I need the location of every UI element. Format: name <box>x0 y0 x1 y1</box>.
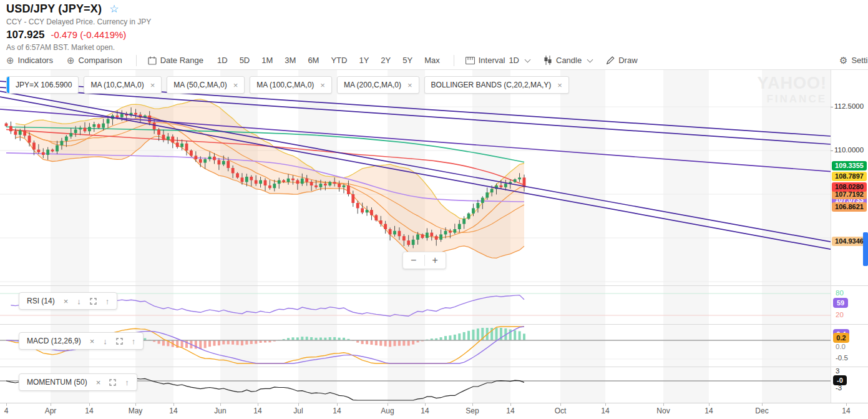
zoom-in-button[interactable]: + <box>425 252 446 269</box>
x-axis-tick <box>709 403 710 406</box>
x-axis-label: 4 <box>4 407 9 415</box>
time-axis: 4Apr14May14Jun14Jul14Aug14Sep14Oct14Nov1… <box>0 403 868 419</box>
price-badge: 109.3355 <box>832 161 867 170</box>
comparison-button[interactable]: ⊕ Comparison <box>67 56 122 65</box>
plus-circle-icon: ⊕ <box>67 56 75 65</box>
interval-ruler-icon <box>466 57 475 64</box>
x-axis-label: Apr <box>45 407 57 415</box>
period-ytd[interactable]: YTD <box>331 56 347 65</box>
comparison-label: Comparison <box>79 56 122 65</box>
rsi-panel-canvas[interactable] <box>0 287 831 323</box>
x-axis-tick <box>472 403 473 406</box>
price-badge: 104.9346 <box>832 237 867 246</box>
legend-chip-row: JPY=X 106.5900MA (10,C,MA,0)×MA (50,C,MA… <box>6 76 569 94</box>
as-of-text: As of 6:57AM BST. Market open. <box>6 43 151 52</box>
legend-chip-2[interactable]: MA (50,C,MA,0)× <box>167 76 245 94</box>
indicators-label: Indicators <box>18 56 53 65</box>
legend-chip-3[interactable]: MA (100,C,MA,0)× <box>250 76 332 94</box>
scrollbar-thumb[interactable] <box>863 232 868 266</box>
x-axis-tick <box>173 403 174 406</box>
momentum-indicator-chip[interactable]: MOMENTUM (50) × ↑ <box>19 373 137 391</box>
period-5y[interactable]: 5Y <box>402 56 412 65</box>
interval-dropdown[interactable]: Interval 1D <box>466 56 530 65</box>
move-up-icon[interactable]: ↑ <box>132 337 136 345</box>
period-1d[interactable]: 1D <box>217 56 228 65</box>
x-axis-label: Jul <box>293 407 303 415</box>
chart-app: USD/JPY (JPY=X) ☆ CCY - CCY Delayed Pric… <box>0 0 868 419</box>
period-5d[interactable]: 5D <box>240 56 250 65</box>
x-axis-label: Nov <box>656 407 670 415</box>
period-3m[interactable]: 3M <box>285 56 296 65</box>
zoom-out-button[interactable]: − <box>403 252 424 269</box>
x-axis-tick <box>762 403 763 406</box>
x-axis-tick <box>51 403 51 406</box>
move-down-icon[interactable]: ↓ <box>77 297 81 305</box>
x-axis-label: May <box>129 407 143 415</box>
indicator-badge: 0.2 <box>833 333 849 343</box>
chart-type-dropdown[interactable]: Candle <box>544 56 592 65</box>
period-6m[interactable]: 6M <box>308 56 319 65</box>
chip-close-icon[interactable]: × <box>407 81 412 90</box>
indicator-badge: -0 <box>833 375 847 385</box>
candle-chart-icon <box>544 56 552 65</box>
close-icon[interactable]: × <box>64 297 69 305</box>
close-icon[interactable]: × <box>96 378 101 387</box>
legend-chip-5[interactable]: BOLLINGER BANDS (C,20,2,MA,Y)× <box>424 76 569 94</box>
chart-type-label: Candle <box>556 56 582 65</box>
legend-chip-4[interactable]: MA (200,C,MA,0)× <box>337 76 419 94</box>
price-tick-mark <box>831 107 833 107</box>
chip-close-icon[interactable]: × <box>557 81 562 90</box>
period-2y[interactable]: 2Y <box>381 56 391 65</box>
chip-label: MA (200,C,MA,0) <box>344 81 401 89</box>
price-change: -0.479 (-0.4419%) <box>51 29 126 40</box>
panel-separator <box>0 285 868 286</box>
chip-label: BOLLINGER BANDS (C,20,2,MA,Y) <box>431 81 552 89</box>
x-axis-label: Sep <box>466 407 479 415</box>
panel-separator <box>0 324 868 325</box>
rsi-indicator-chip[interactable]: RSI (14) × ↓ ↑ <box>19 292 117 310</box>
momentum-chip-label: MOMENTUM (50) <box>27 378 87 387</box>
period-max[interactable]: Max <box>424 56 440 65</box>
settings-label: Settings <box>851 56 868 65</box>
calendar-icon <box>148 56 157 65</box>
legend-chip-0[interactable]: JPY=X 106.5900 <box>6 76 79 94</box>
chip-label: JPY=X 106.5900 <box>16 81 72 89</box>
move-down-icon[interactable]: ↓ <box>103 337 107 345</box>
price-badge: 108.7897 <box>832 172 867 181</box>
price-tick-mark <box>831 150 833 151</box>
gear-icon: ⚙ <box>839 56 847 65</box>
date-range-button[interactable]: Date Range <box>148 56 203 65</box>
macd-indicator-chip[interactable]: MACD (12,26,9) × ↓ ↑ <box>19 332 144 350</box>
toolbar-divider <box>454 55 454 66</box>
x-axis-label: 14 <box>421 407 429 415</box>
close-icon[interactable]: × <box>90 337 95 345</box>
settings-button[interactable]: ⚙ Settings <box>839 51 868 69</box>
chip-close-icon[interactable]: × <box>150 81 155 90</box>
chip-close-icon[interactable]: × <box>233 81 238 90</box>
indicator-badge: 59 <box>833 298 848 308</box>
expand-icon[interactable] <box>116 338 123 345</box>
x-axis-tick <box>337 403 338 406</box>
legend-chip-1[interactable]: MA (10,C,MA,0)× <box>84 76 162 94</box>
favorite-star-icon[interactable]: ☆ <box>109 4 119 14</box>
draw-label: Draw <box>618 56 637 65</box>
draw-button[interactable]: Draw <box>606 56 637 65</box>
period-1m[interactable]: 1M <box>261 56 273 65</box>
page-title: USD/JPY (JPY=X) <box>6 2 102 16</box>
chip-close-icon[interactable]: × <box>320 81 325 90</box>
zoom-control: − + <box>402 252 446 269</box>
expand-icon[interactable] <box>109 379 116 386</box>
x-axis-label: 14 <box>705 407 713 415</box>
move-up-icon[interactable]: ↑ <box>125 378 129 387</box>
chart-toolbar: ⊕ Indicators ⊕ Comparison Date Range 1D5… <box>0 51 868 70</box>
expand-icon[interactable] <box>90 298 97 305</box>
x-axis-label: 14 <box>506 407 514 415</box>
rsi-chip-label: RSI (14) <box>27 297 55 305</box>
period-1y[interactable]: 1Y <box>359 56 369 65</box>
move-up-icon[interactable]: ↑ <box>105 297 110 305</box>
indicator-axis-label: -0.5 <box>836 354 848 362</box>
plus-circle-icon: ⊕ <box>6 56 14 65</box>
current-price: 107.925 <box>6 29 44 41</box>
interval-label: Interval <box>479 56 505 65</box>
indicators-button[interactable]: ⊕ Indicators <box>6 56 53 65</box>
